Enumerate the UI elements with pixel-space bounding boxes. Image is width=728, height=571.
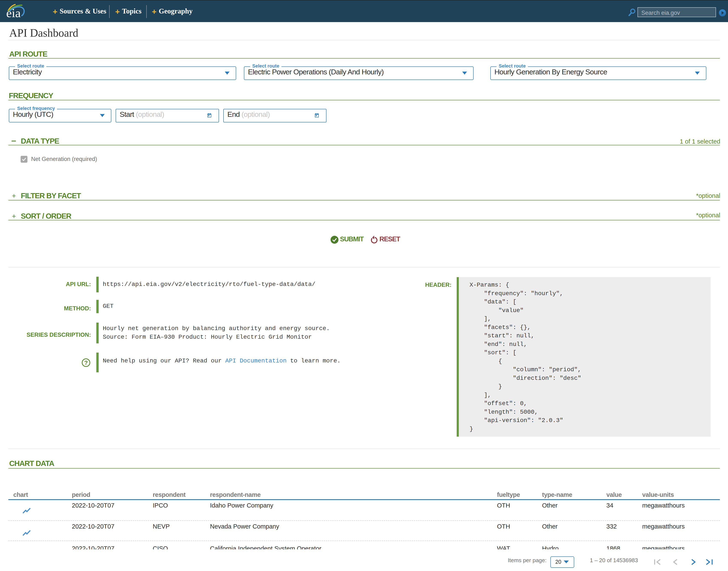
svg-text:eia: eia bbox=[6, 6, 21, 20]
svg-text:?: ? bbox=[84, 360, 88, 366]
